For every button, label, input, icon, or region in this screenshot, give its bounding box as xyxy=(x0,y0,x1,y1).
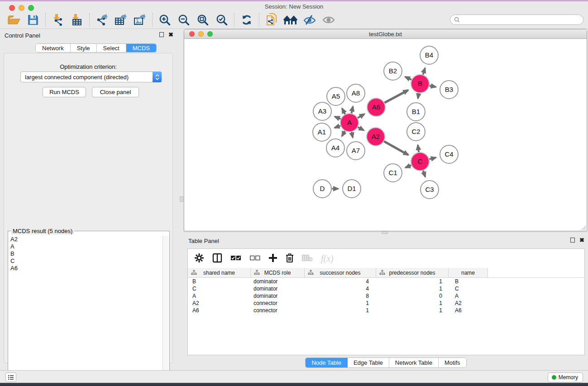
edge-A-A4[interactable] xyxy=(342,131,345,136)
edge-A-A7[interactable] xyxy=(352,132,353,137)
edge-B-B3[interactable] xyxy=(430,86,436,87)
column-header-MCDS-role[interactable]: MCDS role xyxy=(251,268,305,277)
cell: 8 xyxy=(305,293,376,299)
table-row[interactable]: A6connector11A6 xyxy=(188,307,584,314)
zoom-in-button[interactable] xyxy=(155,12,174,28)
hide-selected-button[interactable] xyxy=(300,12,319,28)
search-box[interactable] xyxy=(450,14,583,25)
table-row[interactable]: Adominator80A xyxy=(188,292,584,300)
tab-motifs[interactable]: Motifs xyxy=(439,358,466,367)
memory-button[interactable]: Memory xyxy=(548,372,583,382)
mcds-tab-content: Optimization criterion: largest connecte… xyxy=(4,53,173,363)
edge-A-A3[interactable] xyxy=(335,117,341,119)
splitpane-handle[interactable] xyxy=(180,196,183,202)
cell: C xyxy=(188,286,251,292)
run-mcds-button[interactable]: Run MCDS xyxy=(43,87,86,97)
import-table-button[interactable] xyxy=(67,12,86,28)
edge-A-A5[interactable] xyxy=(342,109,345,114)
column-header-shared-name[interactable]: shared name xyxy=(188,268,251,277)
network-graph-canvas[interactable]: B4B2BB3A8A5A6A3B1AC2A1A2A4A7C4CC1DD1C3 xyxy=(184,39,587,231)
table-row[interactable]: A2connector11A2 xyxy=(188,300,584,307)
edge-B-B1[interactable] xyxy=(418,93,419,99)
export-table-button[interactable] xyxy=(111,12,130,28)
edge-A-A2[interactable] xyxy=(358,127,364,130)
float-table-panel-icon[interactable] xyxy=(570,238,575,243)
edge-A-A1[interactable] xyxy=(335,126,340,128)
horizontal-split-handle[interactable] xyxy=(382,231,388,234)
mcds-result-item[interactable]: C xyxy=(9,257,163,265)
table-row[interactable]: Bdominator41B xyxy=(188,278,584,285)
edge-C-C3[interactable] xyxy=(423,171,425,177)
edge-B-B4[interactable] xyxy=(423,68,425,75)
mcds-result-item[interactable]: A2 xyxy=(9,236,163,243)
toolbar-separator xyxy=(234,13,234,27)
zoom-selected-button[interactable] xyxy=(212,12,231,28)
import-network-button[interactable] xyxy=(48,12,67,28)
float-panel-icon[interactable] xyxy=(159,32,164,37)
cell: 1 xyxy=(376,300,449,306)
open-file-button[interactable] xyxy=(5,12,24,28)
close-table-panel-icon[interactable]: ✖ xyxy=(579,238,584,243)
search-input[interactable] xyxy=(460,15,583,24)
mcds-result-item[interactable]: A xyxy=(9,243,163,250)
column-header-successor-nodes[interactable]: successor nodes xyxy=(305,268,376,277)
edge-A-A8[interactable] xyxy=(351,106,353,113)
table-row[interactable]: Cdominator41C xyxy=(188,285,584,292)
delete-column-button[interactable] xyxy=(286,253,294,264)
delete-table-icon xyxy=(302,254,313,263)
deselect-all-button[interactable] xyxy=(249,255,260,262)
deselect-all-icon xyxy=(249,255,260,262)
tab-select[interactable]: Select xyxy=(97,44,126,52)
new-network-from-selection-button[interactable] xyxy=(262,12,281,28)
network-window-titlebar[interactable]: testGlobe.txt xyxy=(184,29,587,39)
toolbar-separator xyxy=(45,13,46,27)
criterion-dropdown[interactable]: largest connected component (directed) xyxy=(20,71,162,82)
cell: connector xyxy=(251,300,305,306)
zoom-fit-button[interactable] xyxy=(193,12,212,28)
column-header-predecessor-nodes[interactable]: predecessor nodes xyxy=(376,268,449,277)
tab-mcds[interactable]: MCDS xyxy=(126,44,156,52)
mcds-result-list[interactable]: A2ABCA6 xyxy=(9,236,163,384)
refresh-view-button[interactable] xyxy=(237,12,256,28)
mcds-result-item[interactable]: A6 xyxy=(9,265,163,272)
tab-network[interactable]: Network xyxy=(36,44,71,52)
export-network-button[interactable] xyxy=(92,12,111,28)
zoom-selected-icon xyxy=(215,14,228,26)
search-icon xyxy=(454,17,460,23)
export-image-button[interactable] xyxy=(130,12,149,28)
zoom-out-button[interactable] xyxy=(174,12,193,28)
column-header-name[interactable]: name xyxy=(449,268,488,277)
toolbar-separator xyxy=(89,13,90,27)
edge-A6-B[interactable] xyxy=(385,90,408,103)
edge-A2-C[interactable] xyxy=(384,141,408,155)
dropdown-stepper-icon xyxy=(153,71,162,82)
result-scrollbar[interactable] xyxy=(163,236,169,384)
edge-C-C4[interactable] xyxy=(429,157,436,159)
column-visibility-button[interactable] xyxy=(212,253,222,264)
edge-B-B2[interactable] xyxy=(405,77,411,80)
save-session-button[interactable] xyxy=(24,12,43,28)
tab-style[interactable]: Style xyxy=(71,44,97,52)
resize-grip-icon[interactable] xyxy=(580,224,586,230)
table-panel-title: Table Panel xyxy=(188,238,219,244)
tab-network-table[interactable]: Network Table xyxy=(389,358,439,367)
edge-C-C1[interactable] xyxy=(406,165,411,167)
close-panel-button[interactable]: Close panel xyxy=(92,87,139,97)
table-settings-button[interactable] xyxy=(194,253,204,264)
first-neighbors-button[interactable] xyxy=(281,12,300,28)
select-all-button[interactable] xyxy=(230,255,241,262)
edge-C-C2[interactable] xyxy=(418,145,419,152)
tab-node-table[interactable]: Node Table xyxy=(306,358,348,367)
mcds-result-item[interactable]: B xyxy=(9,250,163,257)
new-network-from-selection-icon xyxy=(265,13,278,27)
close-panel-icon[interactable]: ✖ xyxy=(168,32,173,37)
tab-edge-table[interactable]: Edge Table xyxy=(348,358,389,367)
table-panel: Table Panel ✖ f(x) shared nameMCDS roles… xyxy=(184,234,588,370)
task-history-button[interactable] xyxy=(5,372,16,382)
import-table-icon xyxy=(71,14,83,26)
add-column-button[interactable] xyxy=(268,253,277,264)
show-all-button[interactable] xyxy=(319,12,338,28)
show-all-icon xyxy=(322,15,335,25)
function-builder-button: f(x) xyxy=(321,253,334,264)
edge-A-A6[interactable] xyxy=(358,114,364,118)
